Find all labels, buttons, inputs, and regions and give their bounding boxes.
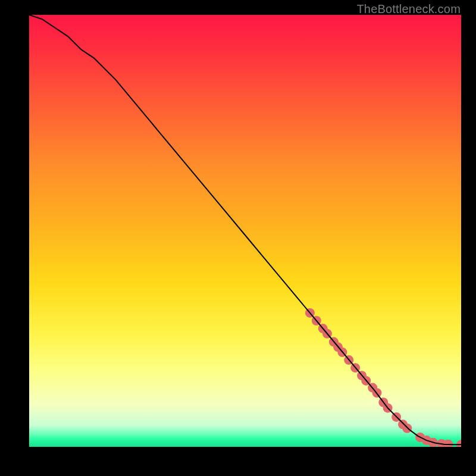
markers-group xyxy=(305,308,461,447)
chart-stage: TheBottleneck.com xyxy=(0,0,476,476)
marker-dot xyxy=(456,440,461,447)
plot-area xyxy=(29,15,461,447)
marker-dot xyxy=(402,424,412,433)
curve-path xyxy=(29,15,461,444)
chart-overlay-svg xyxy=(29,15,461,447)
attribution-label: TheBottleneck.com xyxy=(356,2,461,16)
